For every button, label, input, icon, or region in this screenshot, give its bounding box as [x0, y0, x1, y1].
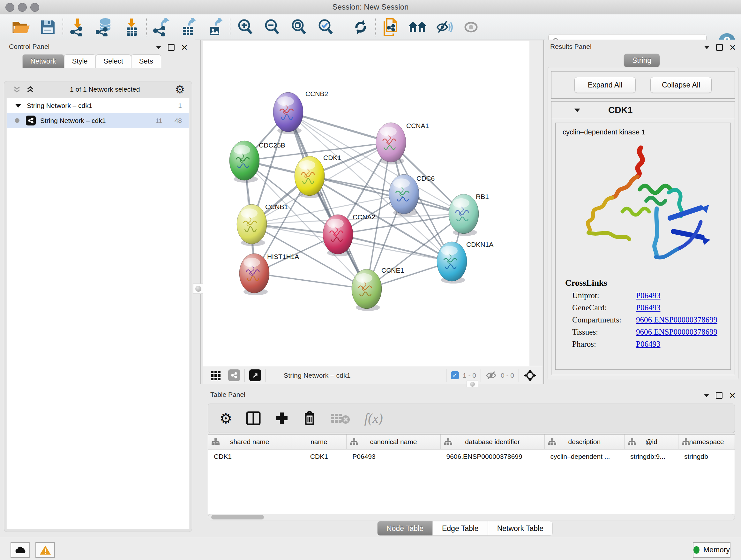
add-column-icon[interactable]	[275, 411, 289, 425]
network-node-hist1h1a[interactable]: HIST1H1A	[239, 253, 299, 295]
birds-eye-icon[interactable]	[210, 370, 221, 381]
network-node-cdkn1a[interactable]: CDKN1A	[437, 241, 493, 284]
open-in-window-icon[interactable]	[249, 369, 261, 381]
network-canvas[interactable]: CCNB2CCNA1CDC25BCDK1CDC6RB1CCNB1CCNA2CDK…	[203, 41, 529, 366]
import-network-icon[interactable]	[64, 17, 91, 38]
column-header[interactable]: namespace	[678, 435, 735, 449]
column-header[interactable]: database identifier	[441, 435, 545, 449]
compartments-link[interactable]: 9606.ENSP00000378699	[636, 315, 718, 324]
string-results-container: Expand All Collapse All CDK1 cyclin–depe…	[548, 67, 738, 379]
warning-button[interactable]	[36, 542, 55, 558]
network-edge[interactable]	[254, 273, 367, 289]
network-view[interactable]: CCNB2CCNA1CDC25BCDK1CDC6RB1CCNB1CCNA2CDK…	[203, 41, 529, 366]
selected-checkbox-icon[interactable]: ✓	[451, 371, 459, 379]
toolbar-separator	[375, 18, 376, 37]
left-splitter-knob[interactable]	[193, 284, 203, 294]
delete-column-icon[interactable]	[303, 411, 316, 426]
show-hide-icon[interactable]	[431, 17, 458, 38]
function-builder-icon[interactable]: f(x)	[364, 411, 383, 426]
panel-menu-icon[interactable]	[704, 394, 710, 397]
table-row[interactable]: CDK1 CDK1 P06493 9606.ENSP00000378699 cy…	[208, 449, 735, 463]
hidden-eye-icon[interactable]	[485, 371, 497, 380]
tab-node-table[interactable]: Node Table	[377, 521, 433, 536]
close-panel-icon[interactable]: ✕	[729, 44, 736, 51]
table-settings-gear-icon[interactable]: ⚙	[219, 410, 232, 427]
tab-string[interactable]: String	[624, 54, 660, 67]
table-horizontal-scrollbar[interactable]	[208, 514, 735, 520]
expand-all-icon[interactable]	[26, 85, 35, 94]
float-panel-icon[interactable]	[716, 392, 723, 399]
network-edge[interactable]	[288, 112, 391, 142]
cloud-button[interactable]	[10, 542, 30, 558]
network-node-ccna1[interactable]: CCNA1	[376, 122, 429, 165]
panel-menu-icon[interactable]	[704, 46, 710, 49]
tab-select[interactable]: Select	[96, 54, 131, 68]
control-panel-title: Control Panel	[9, 43, 50, 51]
show-columns-icon[interactable]	[246, 411, 261, 425]
genecard-link[interactable]: P06493	[636, 303, 660, 312]
network-row-selected[interactable]: String Network – cdk1 11 48	[7, 113, 189, 128]
crosslinks-title: CrossLinks	[565, 278, 731, 288]
network-node-cdc6[interactable]: CDC6	[389, 174, 434, 216]
memory-label: Memory	[703, 546, 730, 554]
refresh-icon[interactable]	[347, 17, 374, 38]
network-edge[interactable]	[288, 112, 367, 289]
scrollbar-thumb[interactable]	[211, 515, 264, 519]
tab-network[interactable]: Network	[22, 54, 64, 68]
zoom-selected-icon[interactable]	[312, 17, 339, 38]
network-node-rb1[interactable]: RB1	[449, 193, 489, 236]
network-node-ccnb2[interactable]: CCNB2	[273, 90, 328, 134]
tab-sets[interactable]: Sets	[131, 54, 161, 68]
column-header[interactable]: @id	[624, 435, 678, 449]
network-type-badge-icon[interactable]	[228, 369, 240, 381]
save-icon[interactable]	[35, 17, 61, 38]
pharos-link[interactable]: P06493	[636, 340, 660, 349]
float-panel-icon[interactable]	[168, 44, 175, 51]
zoom-fit-icon[interactable]	[285, 17, 312, 38]
network-collection-row[interactable]: String Network – cdk1 1	[7, 98, 189, 113]
memory-button[interactable]: Memory	[693, 542, 731, 558]
float-panel-icon[interactable]	[716, 44, 723, 51]
gene-header[interactable]: CDK1	[551, 102, 735, 119]
right-splitter[interactable]	[543, 40, 544, 384]
tab-style[interactable]: Style	[64, 54, 96, 68]
column-header[interactable]: shared name	[208, 435, 291, 449]
homes-icon[interactable]	[404, 17, 431, 38]
left-splitter[interactable]	[200, 40, 201, 384]
eye-icon[interactable]	[458, 17, 484, 38]
expand-all-button[interactable]: Expand All	[575, 77, 636, 93]
gene-description: cyclin–dependent kinase 1	[562, 128, 731, 136]
column-header[interactable]: name	[291, 435, 347, 449]
fit-content-icon[interactable]	[523, 369, 537, 382]
tab-network-table[interactable]: Network Table	[488, 521, 553, 536]
node-label: CDKN1A	[466, 241, 493, 248]
column-header[interactable]: description	[545, 435, 624, 449]
import-table-icon[interactable]	[118, 17, 145, 38]
uniprot-link[interactable]: P06493	[636, 291, 660, 300]
gear-icon[interactable]: ⚙	[175, 83, 185, 96]
close-panel-icon[interactable]: ✕	[181, 44, 188, 51]
toolbar-separator	[63, 18, 63, 37]
export-network-icon[interactable]	[148, 17, 175, 38]
import-database-icon[interactable]	[91, 17, 118, 38]
tree-expander-icon[interactable]	[15, 104, 21, 108]
zoom-in-icon[interactable]	[232, 17, 259, 38]
open-folder-icon[interactable]	[8, 17, 35, 38]
toolbar-separator	[230, 18, 230, 37]
tab-edge-table[interactable]: Edge Table	[433, 521, 488, 536]
export-table-icon[interactable]	[175, 17, 202, 38]
window-title: Session: New Session	[0, 3, 741, 11]
close-panel-icon[interactable]: ✕	[729, 392, 736, 399]
horizontal-splitter-knob[interactable]	[467, 381, 478, 388]
tissues-link[interactable]: 9606.ENSP00000378699	[636, 327, 718, 336]
collapse-all-button[interactable]: Collapse All	[650, 77, 712, 93]
gene-expander-icon[interactable]	[575, 109, 580, 112]
network-node-ccne1[interactable]: CCNE1	[352, 266, 404, 311]
column-header[interactable]: canonical name	[347, 435, 441, 449]
document-network-icon[interactable]	[377, 17, 404, 38]
zoom-out-icon[interactable]	[259, 17, 285, 38]
collapse-all-icon[interactable]	[12, 85, 21, 94]
delete-table-icon[interactable]	[330, 412, 350, 425]
panel-menu-icon[interactable]	[156, 46, 161, 49]
export-image-icon[interactable]	[202, 17, 228, 38]
